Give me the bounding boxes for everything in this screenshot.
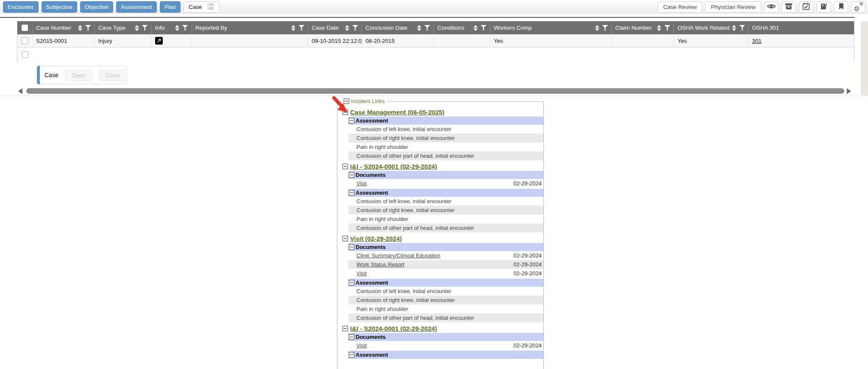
filter-icon[interactable] — [142, 25, 148, 31]
document-link[interactable]: Work Status Report — [356, 261, 498, 268]
document-link[interactable]: Visit — [356, 270, 498, 277]
condition-text: Contusion of left knee, initial encounte… — [356, 126, 498, 132]
sort-icon[interactable] — [417, 25, 421, 31]
filter-icon[interactable] — [424, 25, 430, 31]
document-link[interactable]: Clinic Summary/Clinical Education — [356, 252, 498, 259]
document-date: 02-29-2024 — [498, 261, 543, 268]
cell-conditions — [434, 34, 490, 47]
collapse-minus-icon[interactable] — [342, 164, 348, 169]
filter-icon[interactable] — [602, 25, 608, 31]
bookmark-button[interactable] — [834, 1, 848, 13]
sort-icon[interactable] — [657, 25, 661, 31]
open-case-button[interactable]: Open — [65, 70, 92, 81]
scroll-right-arrow-icon[interactable] — [847, 88, 851, 94]
cell-conclusion-date: 08-20-2015 — [362, 34, 434, 47]
case-grid: Case NumberCase TypeInfoReported ByCase … — [17, 21, 854, 62]
row-checkbox[interactable] — [21, 37, 28, 44]
case-row[interactable]: S2015-0001Injury09-10-2015 22:12:0008-20… — [17, 34, 854, 48]
collapse-minus-icon[interactable] — [349, 244, 354, 250]
objective-button[interactable]: Objective — [80, 1, 113, 13]
collapse-minus-icon[interactable] — [342, 236, 348, 241]
tree-section-label: Documents — [356, 172, 386, 178]
collapse-minus-icon[interactable] — [344, 98, 349, 104]
horizontal-scrollbar[interactable] — [17, 87, 854, 95]
column-header-workers-comp[interactable]: Workers Comp — [490, 21, 612, 34]
case-review-button[interactable]: Case Review — [658, 1, 703, 13]
open-case-info-icon[interactable] — [155, 37, 163, 45]
collapse-minus-icon[interactable] — [349, 118, 354, 123]
subjective-button[interactable]: Subjective — [42, 1, 77, 13]
incident-group-link[interactable]: I&I - S2024-0001 (02-29-2024) — [350, 163, 437, 170]
filter-icon[interactable] — [664, 25, 670, 31]
tree-row: Visit02-29-2024 — [348, 179, 543, 188]
filter-icon[interactable] — [481, 25, 487, 31]
select-all-checkbox[interactable] — [22, 25, 28, 31]
plan-button[interactable]: Plan — [160, 1, 181, 13]
document-link[interactable]: Visit — [356, 342, 498, 349]
filter-icon[interactable] — [739, 25, 745, 31]
incident-links-body: Case Management (06-05-2025)AssessmentCo… — [337, 102, 543, 359]
collapse-minus-icon[interactable] — [349, 280, 354, 285]
sort-icon[interactable] — [595, 25, 599, 31]
sort-icon[interactable] — [78, 25, 82, 31]
cell-claim-number — [612, 34, 674, 47]
sort-icon[interactable] — [345, 25, 349, 31]
column-label: Case Type — [98, 25, 125, 31]
archive-box-icon — [785, 2, 793, 12]
eye-button[interactable] — [764, 1, 779, 13]
incident-group-header: I&I - S2024-0001 (02-29-2024) — [342, 325, 543, 332]
column-header-osha-work-related[interactable]: OSHA Work Related — [674, 21, 748, 34]
column-header-osha-301[interactable]: OSHA 301 — [748, 21, 854, 34]
collapse-minus-icon[interactable] — [349, 334, 354, 340]
sort-icon[interactable] — [175, 25, 179, 31]
cell-value: 09-10-2015 22:12:00 — [312, 38, 362, 44]
incident-group-link[interactable]: Visit (02-29-2024) — [350, 235, 402, 242]
column-header-claim-number[interactable]: Claim Number — [612, 21, 674, 34]
document-link[interactable]: Visit — [356, 180, 498, 187]
collapse-minus-icon[interactable] — [342, 109, 348, 115]
physician-review-button[interactable]: Physician Review — [705, 1, 761, 13]
column-header-info[interactable]: Info — [152, 21, 192, 34]
collapse-minus-icon[interactable] — [349, 190, 354, 196]
filter-icon[interactable] — [352, 25, 358, 31]
tree-section-header: Assessment — [348, 189, 543, 197]
column-header-case-date[interactable]: Case Date — [308, 21, 362, 34]
book-button[interactable] — [816, 1, 831, 13]
condition-text: Contusion of other part of head, initial… — [356, 153, 498, 159]
column-header-case-type[interactable]: Case Type — [95, 21, 152, 34]
close-case-button[interactable]: Close — [99, 70, 127, 81]
cell-osha-301: 301 — [748, 34, 854, 47]
collapse-minus-icon[interactable] — [349, 172, 354, 178]
sort-icon[interactable] — [473, 25, 478, 31]
column-label: Reported By — [195, 25, 227, 31]
column-header-conditions[interactable]: Conditions — [434, 21, 490, 34]
archive-button[interactable] — [782, 1, 796, 13]
toolbar-right-group: Case Review Physician Review — [658, 1, 865, 13]
filter-icon[interactable] — [85, 25, 91, 31]
osha-301-link[interactable]: 301 — [752, 38, 762, 44]
case-tab[interactable]: Case — [184, 1, 220, 13]
calendar-button[interactable] — [799, 1, 813, 13]
row-checkbox[interactable] — [22, 51, 28, 58]
column-header-reported-by[interactable]: Reported By — [192, 21, 309, 34]
sort-icon[interactable] — [291, 25, 295, 31]
collapse-minus-icon[interactable] — [342, 326, 348, 331]
column-header-case-number[interactable]: Case Number — [33, 21, 95, 34]
incident-group-link[interactable]: I&I - S2024-0001 (02-29-2024) — [350, 325, 437, 332]
sort-icon[interactable] — [135, 25, 139, 31]
filter-icon[interactable] — [298, 25, 304, 31]
condition-text: Contusion of left knee, initial encounte… — [356, 288, 498, 294]
save-icon[interactable] — [207, 3, 214, 11]
column-header-conclusion-date[interactable]: Conclusion Date — [362, 21, 434, 34]
scroll-left-arrow-icon[interactable] — [18, 88, 22, 94]
scrollbar-thumb[interactable] — [26, 88, 844, 94]
sort-icon[interactable] — [732, 25, 736, 31]
incident-group-header: Case Management (06-05-2025) — [342, 109, 543, 116]
collapse-minus-icon[interactable] — [349, 352, 354, 358]
incident-group-link[interactable]: Case Management (06-05-2025) — [350, 109, 445, 116]
encounter-button[interactable]: Encounter — [3, 1, 39, 13]
filter-icon[interactable] — [182, 25, 188, 31]
vertical-scrollbar-track[interactable] — [861, 21, 868, 95]
assessment-button[interactable]: Assessment — [116, 1, 157, 13]
settings-button[interactable]: ⚙⚙ — [851, 1, 865, 13]
